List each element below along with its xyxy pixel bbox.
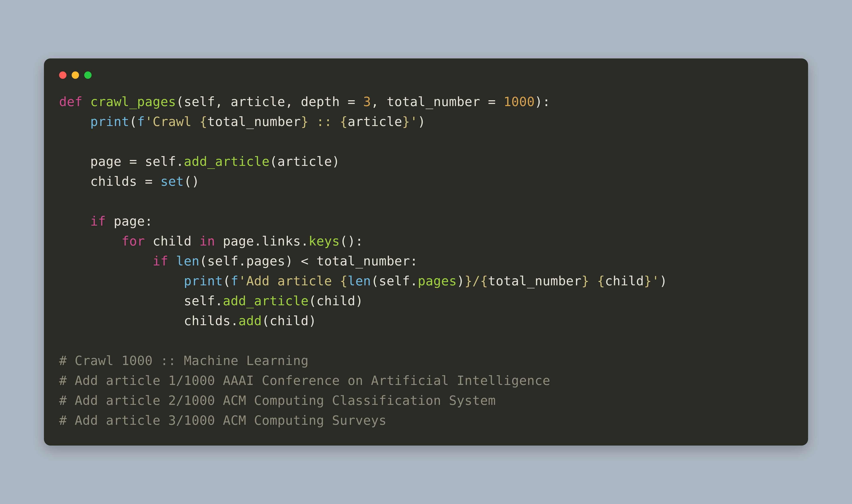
builtin-len: len	[348, 273, 371, 288]
interp-var: total_number	[207, 114, 301, 129]
iter-expr: page.links.	[215, 234, 308, 249]
condition: page:	[106, 214, 152, 229]
keyword-if: if	[152, 253, 168, 268]
keyword-if: if	[90, 214, 106, 229]
brace: {	[480, 273, 488, 288]
builtin-set: set	[160, 174, 184, 189]
interp-var: article	[348, 114, 402, 129]
indent	[59, 313, 184, 328]
output-comment: # Add article 1/1000 AAAI Conference on …	[59, 373, 550, 388]
indent	[59, 154, 90, 169]
assignment: childs =	[90, 174, 160, 189]
window-titlebar	[59, 71, 793, 79]
number-literal: 3	[363, 94, 371, 109]
args: ():	[340, 234, 363, 249]
brace: }	[402, 114, 410, 129]
string-literal: '	[410, 114, 418, 129]
assignment: page = self.	[90, 154, 184, 169]
brace: }	[465, 273, 472, 288]
brace: {	[340, 114, 348, 129]
builtin-len: len	[176, 253, 199, 268]
paren: (	[129, 114, 137, 129]
function-name: crawl_pages	[90, 94, 176, 109]
output-comment: # Add article 2/1000 ACM Computing Class…	[59, 393, 496, 408]
number-literal: 1000	[504, 94, 534, 109]
object-ref: childs.	[184, 313, 238, 328]
code-block: def crawl_pages(self, article, depth = 3…	[59, 92, 793, 431]
output-comment: # Add article 3/1000 ACM Computing Surve…	[59, 413, 386, 428]
output-comment: # Crawl 1000 :: Machine Learning	[59, 353, 309, 368]
keyword-for: for	[122, 234, 145, 249]
indent	[59, 253, 152, 268]
string-literal: '	[652, 273, 659, 288]
string-literal: ::	[309, 114, 340, 129]
string-literal: 'Add article	[238, 273, 340, 288]
params: (self, article, depth =	[176, 94, 363, 109]
len-arg: )	[457, 273, 465, 288]
keyword-def: def	[59, 94, 83, 109]
close-icon[interactable]	[59, 71, 67, 79]
paren: (	[223, 273, 231, 288]
loop-var: child	[145, 234, 199, 249]
object-ref: self.	[184, 293, 223, 308]
args: ()	[184, 174, 199, 189]
paren: )	[418, 114, 425, 129]
brace: {	[340, 273, 348, 288]
interp-var: total_number	[488, 273, 581, 288]
args: (article)	[270, 154, 340, 169]
indent	[59, 234, 122, 249]
params: , total_number =	[371, 94, 504, 109]
string-literal: /	[472, 273, 480, 288]
f-prefix: f	[137, 114, 145, 129]
minimize-icon[interactable]	[72, 71, 79, 79]
zoom-icon[interactable]	[84, 71, 92, 79]
params: ):	[534, 94, 550, 109]
f-prefix: f	[231, 273, 238, 288]
args: (child)	[262, 313, 316, 328]
builtin-print: print	[90, 114, 129, 129]
condition: (self.pages) < total_number:	[199, 253, 418, 268]
brace: }	[582, 273, 590, 288]
method-call: add_article	[184, 154, 270, 169]
indent	[59, 214, 90, 229]
method-keys: keys	[309, 234, 340, 249]
brace: }	[644, 273, 652, 288]
brace: }	[301, 114, 309, 129]
interp-var: child	[605, 273, 644, 288]
brace: {	[597, 273, 605, 288]
keyword-in: in	[199, 234, 215, 249]
method-call: add_article	[223, 293, 308, 308]
string-literal: 'Crawl	[145, 114, 199, 129]
indent	[59, 273, 184, 288]
indent	[59, 174, 90, 189]
space	[168, 253, 176, 268]
indent	[59, 114, 90, 129]
paren: )	[659, 273, 667, 288]
string-literal	[590, 273, 597, 288]
builtin-print: print	[184, 273, 223, 288]
args: (child)	[309, 293, 363, 308]
len-arg: (self.	[371, 273, 418, 288]
brace: {	[199, 114, 207, 129]
method-call: add	[238, 313, 262, 328]
code-window: def crawl_pages(self, article, depth = 3…	[44, 58, 808, 446]
attr-pages: pages	[418, 273, 457, 288]
indent	[59, 293, 184, 308]
